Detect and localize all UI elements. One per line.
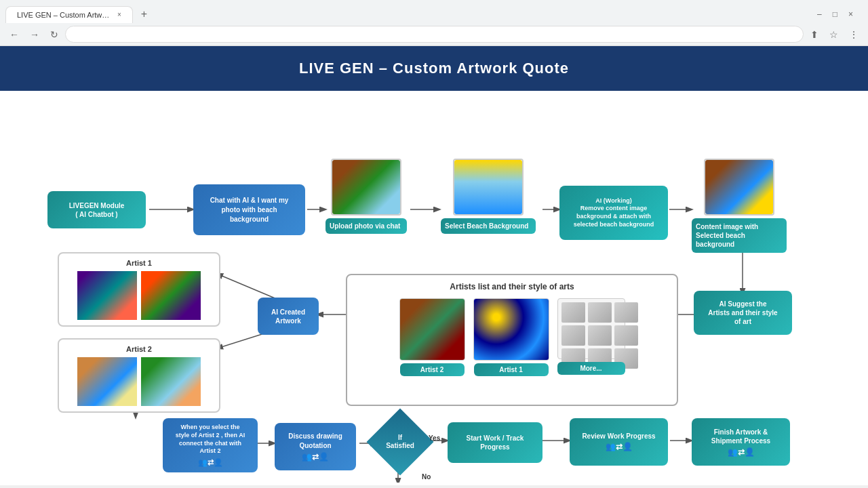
page-title: LIVE GEN – Custom Artwork Quote	[299, 60, 569, 77]
artist1-images	[64, 271, 214, 320]
chat-ai-label: Chat with AI & I want myphoto with beach…	[210, 196, 289, 224]
artist1-image	[474, 299, 549, 360]
content-image-label: Content image with Selected beach backgr…	[692, 218, 787, 253]
when-select-label: When you select thestyle of Artist 2 , t…	[176, 424, 245, 455]
discuss-icons: 👥⇄👤	[302, 452, 329, 462]
artist1-box-title: Artist 1	[64, 259, 214, 267]
upload-photo-label: Upload photo via chat	[326, 218, 407, 234]
thumb1	[561, 302, 585, 323]
upload-photo-node: Upload photo via chat	[326, 159, 407, 234]
ai-suggest-label: AI Suggest theArtists and their styleof …	[708, 300, 777, 326]
artists-list-title: Artists list and their style of arts	[354, 282, 670, 291]
artist2-box-title: Artist 2	[64, 345, 214, 353]
artists-list-items: Artist 2 Artist 1	[354, 298, 670, 376]
artist2-image	[400, 299, 465, 360]
artist2-images	[64, 357, 214, 406]
more-thumbnails	[557, 298, 625, 359]
forward-button[interactable]: →	[26, 26, 43, 43]
livegen-label: LIVEGEN Module ( AI Chatbot )	[69, 201, 125, 219]
when-select-icons: 👥⇄👤	[198, 458, 223, 467]
thumb3	[614, 302, 638, 323]
thumb2	[588, 302, 612, 323]
tab-label: LIVE GEN – Custom Artwork Quote	[17, 11, 112, 19]
select-bg-frame	[453, 159, 524, 216]
chat-ai-node: Chat with AI & I want myphoto with beach…	[193, 184, 305, 235]
if-satisfied-label: IfSatisfied	[386, 434, 414, 450]
bookmark-button[interactable]: ☆	[825, 26, 842, 43]
artist1-img1	[77, 271, 137, 320]
discuss-node: Discuss drawingQuotation 👥⇄👤	[275, 423, 356, 470]
page-header: LIVE GEN – Custom Artwork Quote	[0, 46, 868, 91]
if-satisfied-container: IfSatisfied	[373, 415, 427, 469]
tab-bar: LIVE GEN – Custom Artwork Quote × + – □ …	[0, 0, 868, 23]
thumb6	[614, 325, 638, 346]
svg-line-8	[217, 274, 281, 301]
ai-working-label: AI (Working)Remove content imagebackgrou…	[574, 197, 654, 229]
people-icon-group: 👥⇄👤	[198, 458, 223, 467]
window-minimize-button[interactable]: –	[813, 7, 826, 22]
upload-photo-frame	[331, 159, 401, 216]
ai-suggest-node: AI Suggest theArtists and their styleof …	[694, 291, 792, 335]
when-select-node: When you select thestyle of Artist 2 , t…	[163, 418, 258, 472]
artist1-box: Artist 1	[58, 252, 220, 327]
artist1-card[interactable]: Artist 1	[473, 298, 549, 376]
more-card[interactable]: More...	[557, 298, 625, 376]
diamond-label-container: IfSatisfied	[373, 415, 427, 469]
yes-label: Yes	[429, 434, 440, 442]
window-maximize-button[interactable]: □	[829, 7, 842, 22]
ai-working-node: AI (Working)Remove content imagebackgrou…	[559, 186, 668, 240]
new-tab-button[interactable]: +	[136, 5, 153, 23]
ai-created-label: AI CreatedArtwork	[271, 308, 305, 325]
select-bg-label: Select Beach Background	[441, 218, 536, 234]
thumb5	[588, 325, 612, 346]
address-bar[interactable]	[65, 26, 804, 43]
ai-created-node: AI CreatedArtwork	[258, 298, 319, 335]
review-icons: 👥⇄👤	[606, 442, 633, 451]
active-tab[interactable]: LIVE GEN – Custom Artwork Quote ×	[5, 6, 133, 23]
share-button[interactable]: ⬆	[806, 26, 823, 43]
artists-list-box: Artists list and their style of arts Art…	[346, 274, 678, 406]
select-bg-image	[454, 160, 522, 214]
nav-actions: ⬆ ☆ ⋮	[806, 26, 863, 43]
start-work-label: Start Work / TrackProgress	[467, 434, 524, 451]
finish-icons: 👥⇄👤	[728, 447, 755, 457]
thumb4	[561, 325, 585, 346]
diagram-area: LIVEGEN Module ( AI Chatbot ) Chat with …	[0, 91, 868, 483]
discuss-label: Discuss drawingQuotation	[288, 432, 342, 451]
upload-photo-image	[332, 160, 400, 214]
artist2-card[interactable]: Artist 2	[399, 298, 465, 376]
nav-bar: ← → ↻ ⬆ ☆ ⋮	[0, 23, 868, 45]
livegen-node: LIVEGEN Module ( AI Chatbot )	[47, 191, 146, 228]
finish-label: Finish Artwork &Shipment Process	[711, 428, 770, 445]
finish-node: Finish Artwork &Shipment Process 👥⇄👤	[692, 418, 790, 466]
review-label: Review Work Progress	[582, 432, 655, 440]
page-content: LIVE GEN – Custom Artwork Quote	[0, 46, 868, 485]
select-bg-node: Select Beach Background	[441, 159, 536, 234]
back-button[interactable]: ←	[5, 26, 23, 43]
artist1-img2	[141, 271, 201, 320]
content-image-photo	[705, 160, 773, 214]
artist2-img1	[77, 357, 137, 406]
window-close-button[interactable]: ×	[844, 7, 857, 22]
artist2-box: Artist 2	[58, 338, 220, 413]
tab-close-button[interactable]: ×	[117, 11, 121, 18]
content-image-node: Content image with Selected beach backgr…	[692, 159, 787, 253]
no-label: No	[422, 473, 431, 481]
review-node: Review Work Progress 👥⇄👤	[570, 418, 668, 466]
browser-chrome: LIVE GEN – Custom Artwork Quote × + – □ …	[0, 0, 868, 46]
more-options-button[interactable]: ⋮	[845, 26, 863, 43]
content-image-frame	[704, 159, 774, 216]
refresh-button[interactable]: ↻	[46, 26, 62, 43]
start-work-node: Start Work / TrackProgress	[448, 422, 542, 463]
artist2-img2	[141, 357, 201, 406]
